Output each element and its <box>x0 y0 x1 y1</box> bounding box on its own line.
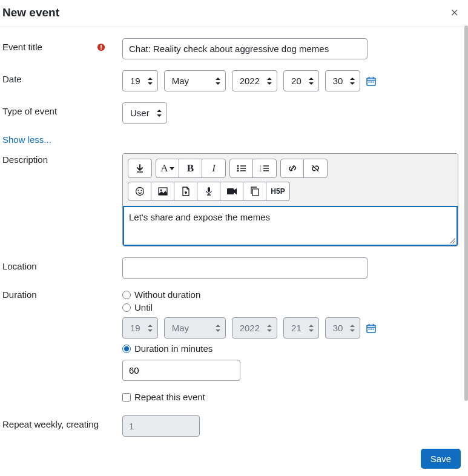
until-month-select: May <box>164 317 226 339</box>
sort-icon <box>148 325 153 332</box>
svg-rect-8 <box>371 81 372 82</box>
label-repeat-weekly: Repeat weekly, creating <box>2 419 99 429</box>
row-date: Date 19 May 2022 20 <box>2 70 463 91</box>
date-hour-select[interactable]: 20 <box>283 70 319 91</box>
event-title-input[interactable] <box>122 38 367 59</box>
row-location: Location <box>2 257 463 279</box>
show-less-link[interactable]: Show less... <box>2 134 51 145</box>
label-description: Description <box>2 154 48 165</box>
date-calendar-button[interactable] <box>366 76 376 86</box>
chevron-down-icon <box>170 167 174 170</box>
sort-icon <box>309 78 314 85</box>
toolbar-expand-button[interactable] <box>128 159 151 177</box>
list-ol-icon: 123 <box>260 165 269 172</box>
event-type-select[interactable]: User <box>122 102 167 124</box>
label-type-of-event: Type of event <box>2 106 57 116</box>
toolbar-h5p-button[interactable]: H5P <box>266 182 289 200</box>
toolbar-video-button[interactable] <box>220 182 243 200</box>
toolbar-link-button[interactable] <box>281 159 304 177</box>
label-date: Date <box>2 74 22 84</box>
toolbar-italic-button[interactable]: I <box>202 159 225 177</box>
until-day-select: 19 <box>122 317 158 339</box>
toolbar-ul-button[interactable] <box>230 159 253 177</box>
sort-icon <box>267 78 272 85</box>
calendar-icon <box>366 76 376 86</box>
date-day-select[interactable]: 19 <box>122 70 158 91</box>
arrow-down-icon <box>136 164 144 173</box>
row-duration: Duration Without duration Until 19 May <box>2 289 463 381</box>
svg-rect-39 <box>373 328 374 329</box>
sort-icon <box>309 325 314 332</box>
link-icon <box>288 164 297 173</box>
calendar-icon <box>366 323 376 333</box>
toolbar-media-button[interactable] <box>174 182 197 200</box>
toolbar-mic-button[interactable] <box>197 182 220 200</box>
description-textarea[interactable]: Let's share and expose the memes <box>123 206 458 246</box>
smile-icon <box>135 187 145 196</box>
date-year-select[interactable]: 2022 <box>232 70 277 91</box>
toolbar-bold-button[interactable]: B <box>179 159 202 177</box>
sort-icon <box>216 325 220 332</box>
modal-title: New event <box>2 6 59 19</box>
editor-toolbar: A B I 123 <box>123 154 458 206</box>
toolbar-emoji-button[interactable] <box>128 182 151 200</box>
toolbar-unlink-button[interactable] <box>304 159 327 177</box>
unlink-icon <box>311 164 320 173</box>
toolbar-files-button[interactable] <box>243 182 266 200</box>
sort-icon <box>267 325 272 332</box>
required-icon <box>97 43 105 51</box>
sort-icon <box>216 78 220 85</box>
row-type-of-event: Type of event User <box>2 102 463 124</box>
duration-minutes-label: Duration in minutes <box>134 343 213 354</box>
toolbar-ol-button[interactable]: 123 <box>253 159 276 177</box>
duration-minutes-radio[interactable] <box>122 345 131 353</box>
svg-rect-2 <box>101 48 102 50</box>
toolbar-styles-button[interactable]: A <box>156 159 179 177</box>
rich-text-editor: A B I 123 <box>122 153 458 246</box>
scrollbar[interactable] <box>464 25 468 442</box>
svg-point-24 <box>136 188 143 196</box>
duration-none-radio[interactable] <box>122 291 131 299</box>
date-minute-select[interactable]: 30 <box>325 70 361 91</box>
label-location: Location <box>2 261 37 271</box>
label-duration: Duration <box>2 289 37 300</box>
duration-until-radio[interactable] <box>122 303 131 312</box>
sort-icon <box>157 110 162 117</box>
svg-rect-9 <box>373 81 374 82</box>
until-calendar-button[interactable] <box>366 323 376 333</box>
svg-point-25 <box>137 190 139 191</box>
row-repeat-weekly: Repeat weekly, creating <box>2 415 463 437</box>
duration-minutes-input[interactable] <box>122 360 240 381</box>
save-button[interactable]: Save <box>421 449 461 469</box>
sort-icon <box>350 325 355 332</box>
toolbar-image-button[interactable] <box>151 182 174 200</box>
close-button[interactable]: × <box>448 5 461 21</box>
location-input[interactable] <box>122 257 367 279</box>
label-event-title: Event title <box>2 42 42 52</box>
video-icon <box>226 188 237 195</box>
date-month-select[interactable]: May <box>164 70 226 91</box>
svg-point-26 <box>140 190 142 191</box>
until-year-select: 2022 <box>232 317 277 339</box>
list-ul-icon <box>237 165 246 172</box>
row-event-title: Event title <box>2 38 463 59</box>
svg-rect-30 <box>208 187 210 192</box>
svg-point-28 <box>160 190 162 191</box>
svg-point-29 <box>185 191 187 194</box>
duration-until-label: Until <box>134 302 153 312</box>
file-icon <box>181 187 191 196</box>
image-icon <box>158 187 168 196</box>
until-minute-select: 30 <box>325 317 361 339</box>
duration-none-label: Without duration <box>134 289 200 300</box>
until-hour-select: 21 <box>283 317 319 339</box>
copy-icon <box>250 187 260 196</box>
repeat-checkbox[interactable] <box>122 393 131 402</box>
modal-header: New event × <box>0 0 468 27</box>
sort-icon <box>148 78 153 85</box>
sort-icon <box>350 78 355 85</box>
svg-text:3: 3 <box>260 170 262 172</box>
scrollbar-thumb[interactable] <box>464 25 468 401</box>
svg-point-13 <box>237 168 239 170</box>
svg-rect-37 <box>369 328 370 329</box>
svg-rect-7 <box>369 81 370 82</box>
